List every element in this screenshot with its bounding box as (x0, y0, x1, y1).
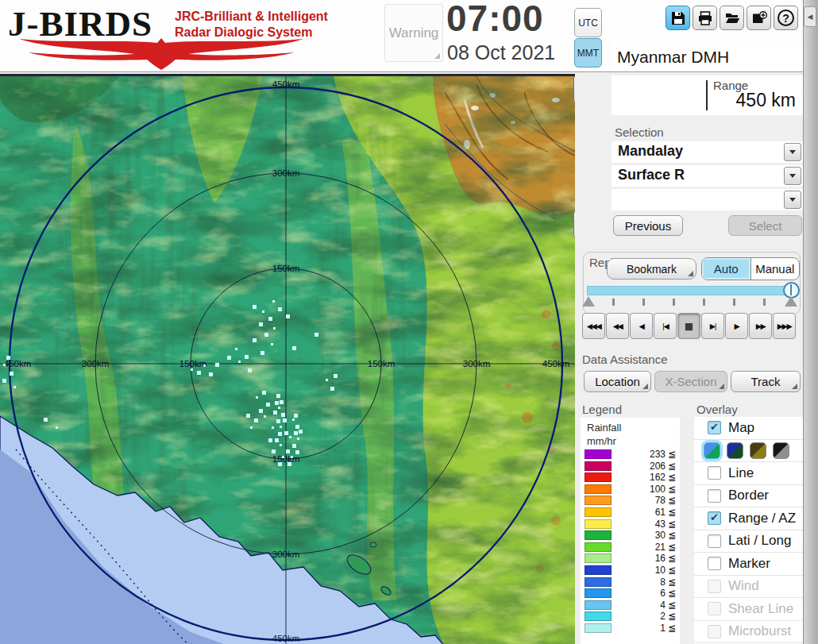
check-icon: ✔ (710, 421, 719, 433)
jbirds-logo: J-BIRDS JRC-Brilliant & Intelligent Rada… (6, 2, 313, 71)
overlay-checkbox-map[interactable]: ✔ (708, 421, 721, 434)
legend-swatch (585, 542, 612, 552)
step-back-button[interactable]: |◀ (654, 313, 677, 339)
overlay-item-label-lati-long: Lati / Long (728, 533, 791, 549)
bookmark-label: Bookmark (627, 263, 677, 276)
location-button[interactable]: Location (584, 371, 651, 392)
range-ring-label: 300km (82, 359, 110, 368)
dropdown-arrow-icon[interactable] (784, 191, 801, 209)
bookmark-button[interactable]: Bookmark (607, 258, 696, 280)
map-style-swatch-1[interactable] (704, 442, 720, 459)
timezone-utc-button[interactable]: UTC (574, 8, 602, 37)
dropdown-arrow-icon[interactable] (784, 143, 801, 161)
overlay-checkbox-border[interactable] (708, 489, 721, 503)
legend-swatch (585, 565, 612, 575)
legend-panel: Rainfall mm/hr 233≦206≦162≦100≦78≦61≦43≦… (581, 418, 680, 644)
panel-collapse-strip[interactable] (803, 0, 818, 644)
map-style-swatch-2[interactable] (727, 442, 743, 459)
option-dropdown[interactable] (612, 189, 803, 210)
overlay-row-map: ✔Map (694, 417, 803, 440)
range-ring-label: 450km (272, 634, 300, 643)
legend-lte-symbol: ≦ (668, 600, 680, 611)
overlay-checkbox-line[interactable] (708, 466, 721, 480)
map-style-swatch-3[interactable] (750, 442, 766, 459)
manual-mode-button[interactable]: Manual (751, 258, 800, 280)
fastest-forward-button[interactable]: ▶▶▶ (773, 313, 796, 339)
rain-echo (253, 305, 257, 309)
timezone-mmt-button[interactable]: MMT (574, 38, 602, 67)
slider-tick (612, 299, 615, 306)
rain-echo (281, 413, 285, 417)
rain-echo (272, 449, 276, 453)
radar-map[interactable]: 450km300km150km150km300km450km450km300km… (0, 74, 575, 644)
rain-echo (14, 386, 16, 388)
rain-echo (292, 444, 296, 448)
play-button[interactable]: ▶ (725, 313, 748, 339)
previous-button[interactable]: Previous (613, 215, 683, 236)
overlay-checkbox-marker[interactable] (708, 557, 721, 570)
range-ring-label: 450km (272, 79, 300, 89)
location-label: Location (595, 375, 640, 388)
stop-button[interactable]: ■ (677, 313, 700, 339)
step-forward-button[interactable]: ▶| (701, 313, 724, 339)
save-button[interactable] (666, 6, 690, 30)
rain-echo (278, 462, 282, 466)
open-file-button[interactable] (720, 6, 744, 30)
rain-echo (275, 401, 279, 405)
timeline-end-marker[interactable] (785, 296, 797, 307)
range-ring-label: 150km (272, 454, 300, 464)
play-reverse-button[interactable]: ◀ (630, 313, 653, 339)
legend-swatch (585, 496, 612, 505)
legend-lte-symbol: ≦ (668, 484, 680, 495)
replay-mode-toggle: Auto Manual (701, 257, 800, 280)
rain-echo (278, 307, 282, 311)
overlay-row-line: Line (694, 462, 803, 485)
replay-timeline-track[interactable] (587, 286, 792, 295)
legend-lte-symbol: ≦ (668, 553, 680, 564)
fast-rewind-button[interactable]: ◀◀ (606, 313, 629, 339)
legend-row: 21≦ (581, 542, 680, 552)
overlay-row-shear-line: Shear Line (694, 598, 803, 621)
legend-row: 1≦ (581, 623, 680, 633)
add-image-button[interactable] (747, 6, 771, 30)
overlay-checkbox-lati-long[interactable] (708, 534, 721, 548)
rain-echo (254, 418, 258, 422)
x-section-label: X-Section (665, 375, 716, 388)
open-folder-icon (724, 10, 740, 26)
range-ring-label: 300km (272, 550, 300, 559)
track-button[interactable]: Track (731, 371, 801, 392)
overlay-item-label-shear-line: Shear Line (728, 601, 793, 617)
panel-collapse-button[interactable]: ◀ (804, 6, 816, 27)
rain-echo (294, 414, 298, 418)
rain-echo (197, 371, 201, 375)
timeline-start-marker[interactable] (582, 296, 595, 307)
legend-lte-symbol: ≦ (668, 507, 680, 518)
help-button[interactable]: ? (774, 6, 798, 30)
warning-button[interactable]: Warning (384, 4, 443, 62)
slider-tick (642, 299, 645, 306)
rain-echo (272, 426, 274, 429)
range-value: 450 km (736, 90, 796, 111)
map-style-swatch-4[interactable] (773, 442, 789, 459)
print-button[interactable] (693, 6, 717, 30)
legend-swatch (585, 600, 612, 610)
legend-value: 206 (612, 461, 666, 472)
rain-echo (56, 426, 58, 429)
dropdown-arrow-icon[interactable] (784, 167, 801, 185)
overlay-checkbox-range-az[interactable]: ✔ (708, 511, 721, 525)
fastest-rewind-button[interactable]: ◀◀◀ (582, 313, 605, 339)
legend-row: 6≦ (581, 588, 680, 598)
auto-label: Auto (714, 262, 739, 276)
legend-swatch (585, 472, 612, 482)
terrain-map[interactable]: 450km300km150km150km300km450km450km300km… (0, 76, 575, 644)
rain-echo (278, 432, 282, 436)
auto-mode-button[interactable]: Auto (702, 258, 751, 280)
product-dropdown[interactable]: Surface R (612, 165, 803, 187)
rain-echo (238, 361, 241, 363)
station-dropdown[interactable]: Mandalay (612, 141, 803, 163)
logo-tagline: JRC-Brilliant & Intelligent Radar Dialog… (175, 9, 328, 40)
legend-lte-symbol: ≦ (668, 542, 680, 553)
data-assistance-label: Data Assistance (582, 353, 668, 366)
fast-forward-button[interactable]: ▶▶ (749, 313, 772, 339)
legend-swatch (585, 623, 612, 633)
